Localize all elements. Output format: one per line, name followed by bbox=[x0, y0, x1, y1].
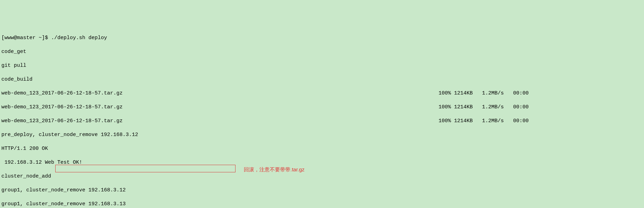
terminal-line: web-demo_123_2017-06-26-12-18-57.tar.gz1… bbox=[1, 118, 643, 125]
output-text: 192.168.3.12 Web Test OK! bbox=[1, 159, 82, 166]
terminal-line: web-demo_123_2017-06-26-12-18-57.tar.gz1… bbox=[1, 104, 643, 111]
terminal-line: pre_deploy, cluster_node_remove 192.168.… bbox=[1, 132, 643, 138]
terminal-line: group1, cluster_node_remove 192.168.3.12 bbox=[1, 187, 643, 194]
output-text: code_get bbox=[1, 48, 26, 55]
terminal-line: [www@master ~]$ ./deploy.sh deploy bbox=[1, 35, 643, 42]
terminal-line: group1, cluster_node_remove 192.168.3.13 bbox=[1, 201, 643, 208]
output-text: group1, cluster_node_remove 192.168.3.13 bbox=[1, 201, 126, 208]
terminal-output[interactable]: [www@master ~]$ ./deploy.sh deploy code_… bbox=[0, 28, 644, 208]
transfer-stats: 100% 1214KB 1.2MB/s 00:00 bbox=[439, 104, 541, 111]
output-text: git pull bbox=[1, 62, 26, 69]
output-text: code_build bbox=[1, 76, 32, 83]
prompt-command: [www@master ~]$ ./deploy.sh deploy bbox=[1, 35, 107, 42]
terminal-line: HTTP/1.1 200 OK bbox=[1, 145, 643, 152]
transfer-stats: 100% 1214KB 1.2MB/s 00:00 bbox=[439, 90, 541, 97]
annotation-label: 回滚，注意不要带带.tar.gz bbox=[244, 166, 305, 173]
terminal-line: git pull bbox=[1, 62, 643, 69]
transfer-stats: 100% 1214KB 1.2MB/s 00:00 bbox=[439, 118, 541, 125]
output-file: web-demo_123_2017-06-26-12-18-57.tar.gz bbox=[1, 118, 123, 125]
output-text: HTTP/1.1 200 OK bbox=[1, 145, 48, 152]
terminal-line: 192.168.3.12 Web Test OK! bbox=[1, 159, 643, 166]
output-file: web-demo_123_2017-06-26-12-18-57.tar.gz bbox=[1, 90, 123, 97]
terminal-line: code_build bbox=[1, 76, 643, 83]
output-text: cluster_node_add bbox=[1, 173, 51, 180]
output-text: group1, cluster_node_remove 192.168.3.12 bbox=[1, 187, 126, 194]
terminal-line: cluster_node_add bbox=[1, 173, 643, 180]
output-file: web-demo_123_2017-06-26-12-18-57.tar.gz bbox=[1, 104, 123, 111]
terminal-line: web-demo_123_2017-06-26-12-18-57.tar.gz1… bbox=[1, 90, 643, 97]
terminal-line: code_get bbox=[1, 48, 643, 55]
output-text: pre_deploy, cluster_node_remove 192.168.… bbox=[1, 132, 138, 138]
